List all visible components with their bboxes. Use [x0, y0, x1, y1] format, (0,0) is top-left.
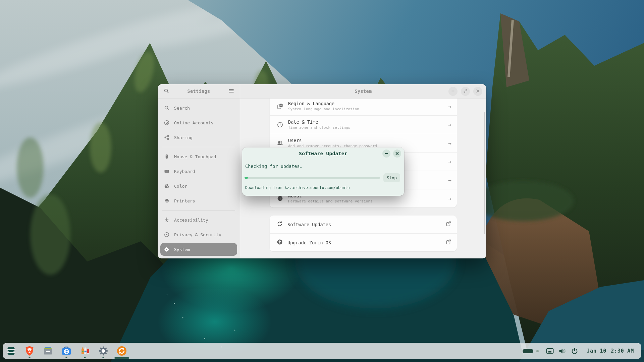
running-indicator [84, 357, 86, 358]
software-updater-icon [116, 345, 128, 357]
clock[interactable]: Jan 10 2:30 AM [587, 348, 634, 354]
row-upgrade-zorin-os[interactable]: Upgrade Zorin OS [270, 233, 457, 251]
sidebar-item-accessibility[interactable]: Accessibility [160, 213, 237, 227]
keyboard-icon [164, 169, 170, 174]
battery-indicator[interactable] [523, 349, 533, 353]
main-menu-button[interactable] [227, 87, 235, 96]
sidebar-item-label: Keyboard [174, 169, 195, 174]
svg-text:A: A [280, 104, 282, 107]
taskbar-zorin-menu-button[interactable] [5, 343, 17, 359]
sidebar-item-search[interactable]: Search [160, 101, 237, 115]
row-subtitle: System language and localization [288, 107, 444, 111]
chevron-right-icon: → [448, 122, 451, 128]
settings-sidebar: Settings Search [158, 84, 240, 258]
link-label: Upgrade Zorin OS [287, 240, 441, 245]
sidebar-item-label: Accessibility [174, 218, 208, 223]
sidebar-item-label: System [174, 247, 190, 252]
date-label: Jan 10 [587, 348, 606, 354]
bottles-icon [79, 345, 91, 357]
chevron-right-icon: → [448, 159, 451, 165]
refresh-icon [276, 221, 283, 229]
at-circle-icon [164, 120, 170, 125]
taskbar-files-button[interactable] [42, 343, 54, 359]
sidebar-item-mouse-touchpad[interactable]: Mouse & Touchpad [160, 149, 237, 164]
color-icon [164, 183, 170, 189]
minimize-icon [385, 151, 388, 156]
row-date-time[interactable]: Date & Time Time zone and clock settings… [270, 115, 457, 134]
sidebar-header: Settings [158, 84, 240, 99]
taskbar-settings-button[interactable] [97, 343, 109, 359]
row-software-updates[interactable]: Software Updates [270, 216, 457, 233]
sidebar-item-label: Sharing [174, 135, 193, 140]
chevron-right-icon: → [448, 103, 451, 110]
taskbar: Jan 10 2:30 AM [3, 343, 641, 359]
software-updater-dialog: Software Updater Checking for updates… [242, 147, 404, 196]
sidebar-item-printers[interactable]: Printers [160, 193, 237, 208]
accessibility-icon [164, 217, 170, 223]
users-icon [276, 140, 284, 146]
maximize-icon [464, 89, 467, 94]
sidebar-item-privacy-security[interactable]: Privacy & Security [160, 227, 237, 242]
share-icon [164, 135, 170, 140]
row-subtitle: Time zone and clock settings [288, 126, 444, 130]
maximize-button[interactable] [461, 87, 470, 96]
updater-headerbar: Software Updater [242, 147, 404, 160]
main-headerbar: System [240, 84, 486, 99]
close-button[interactable] [473, 87, 482, 96]
volume-icon[interactable] [558, 348, 567, 354]
chevron-right-icon: → [448, 177, 451, 183]
taskbar-apps [3, 343, 128, 359]
status-dot [536, 350, 539, 352]
sidebar-item-label: Search [174, 106, 190, 111]
minimize-icon [451, 89, 455, 94]
clock-icon [276, 121, 284, 128]
gear-icon [97, 345, 109, 357]
network-icon[interactable] [546, 348, 554, 354]
sidebar-window-title: Settings [171, 88, 227, 94]
sidebar-item-system[interactable]: System [160, 243, 237, 256]
taskbar-bottles-button[interactable] [79, 343, 91, 359]
row-title: Region & Language [288, 101, 444, 106]
sidebar-item-online-accounts[interactable]: Online Accounts [160, 115, 237, 130]
search-icon [164, 88, 169, 95]
gear-icon [164, 247, 170, 252]
minimize-button[interactable] [448, 87, 458, 96]
sidebar-item-label: Privacy & Security [174, 232, 221, 237]
link-label: Software Updates [287, 222, 441, 227]
search-icon [164, 105, 170, 111]
taskbar-software-updater-button[interactable] [116, 343, 128, 359]
running-indicator [29, 357, 31, 358]
dialog-window-controls [382, 149, 401, 158]
sidebar-item-sharing[interactable]: Sharing [160, 130, 237, 145]
dialog-title: Software Updater [242, 151, 404, 156]
stop-button[interactable]: Stop [383, 173, 400, 182]
taskbar-software-store-button[interactable] [60, 343, 72, 359]
row-region-language[interactable]: A Region & Language System language and … [270, 99, 457, 115]
sidebar-item-color[interactable]: Color [160, 179, 237, 193]
sidebar-item-label: Color [174, 184, 187, 189]
dialog-minimize-button[interactable] [382, 149, 390, 158]
progress-fill [245, 177, 248, 179]
chevron-right-icon: → [448, 195, 451, 202]
sidebar-divider [162, 147, 235, 147]
taskbar-brave-button[interactable] [23, 343, 36, 359]
close-icon [395, 151, 399, 156]
search-button[interactable] [162, 87, 171, 96]
sidebar-item-label: Online Accounts [174, 120, 213, 125]
scrollbar[interactable] [484, 112, 485, 234]
sidebar-divider [162, 210, 235, 210]
upgrade-icon [276, 239, 283, 247]
desktop: Settings Search [0, 0, 644, 362]
info-icon [276, 195, 284, 202]
active-indicator [114, 357, 129, 359]
hamburger-menu-icon [229, 89, 234, 94]
region-language-icon: A [276, 103, 284, 110]
dialog-close-button[interactable] [393, 149, 401, 158]
power-icon[interactable] [571, 348, 578, 354]
sidebar-item-keyboard[interactable]: Keyboard [160, 164, 237, 179]
updater-detail-text: Downloading from kz.archive.ubuntu.com/u… [245, 185, 401, 190]
updater-progress-row: Stop [245, 173, 400, 182]
external-link-icon [446, 221, 451, 228]
external-links-card: Software Updates [270, 216, 457, 251]
brave-browser-icon [23, 345, 36, 357]
